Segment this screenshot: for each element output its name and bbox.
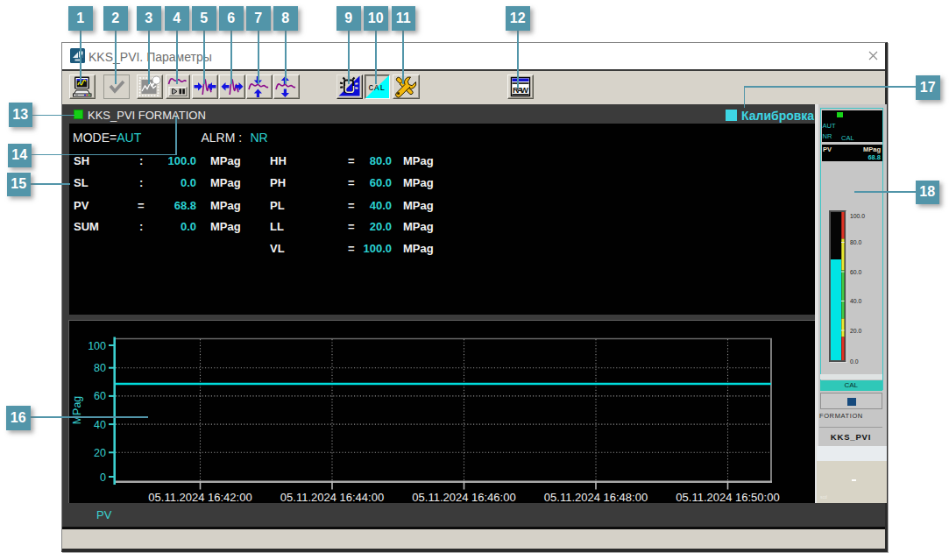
svg-text:80: 80 [94, 362, 106, 374]
svg-text:0.0: 0.0 [850, 358, 859, 365]
svg-text:40: 40 [94, 418, 106, 430]
svg-text:CAL: CAL [368, 82, 386, 92]
svg-text:05.11.2024 16:46:00: 05.11.2024 16:46:00 [412, 491, 515, 504]
svg-text:RAW: RAW [513, 84, 528, 94]
svg-text:40.0: 40.0 [850, 298, 861, 304]
svg-text:05.11.2024 16:42:00: 05.11.2024 16:42:00 [148, 491, 251, 504]
svg-text:100: 100 [88, 339, 106, 351]
svg-text:0: 0 [100, 471, 106, 483]
svg-text:20: 20 [94, 446, 106, 458]
svg-text:60.0: 60.0 [850, 268, 861, 274]
svg-text:05.11.2024 16:44:00: 05.11.2024 16:44:00 [280, 491, 384, 504]
svg-text:MPag: MPag [71, 395, 83, 424]
svg-text:05.11.2024 16:50:00: 05.11.2024 16:50:00 [676, 491, 779, 504]
svg-text:20.0: 20.0 [850, 327, 861, 333]
svg-text:60: 60 [94, 390, 106, 402]
svg-text:100.0: 100.0 [850, 213, 865, 219]
svg-text:80.0: 80.0 [850, 239, 861, 245]
svg-text:05.11.2024 16:48:00: 05.11.2024 16:48:00 [544, 491, 648, 504]
